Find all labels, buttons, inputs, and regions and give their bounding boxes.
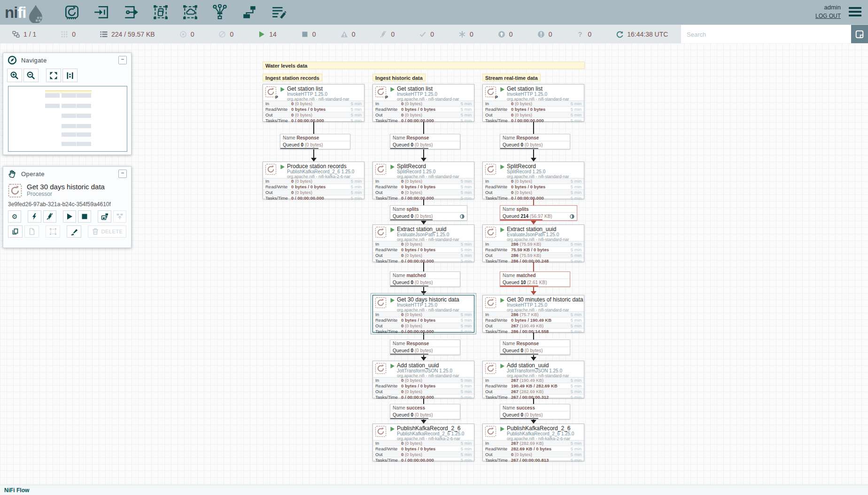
processor-name: SplitRecord <box>397 163 459 169</box>
zoom-out-icon[interactable] <box>23 69 39 82</box>
connection-queued-label: Queued <box>503 412 519 418</box>
canvas-label-water-levels[interactable]: Water levels data <box>263 62 585 69</box>
process-group-icon[interactable] <box>153 4 169 20</box>
processor-node[interactable]: P Produce station records PublishKafkaRe… <box>263 162 364 199</box>
connection-label[interactable]: Name success Queued 0 (0 bytes) <box>500 404 570 419</box>
zoom-in-icon[interactable] <box>7 69 22 82</box>
output-port-icon[interactable] <box>123 4 139 20</box>
stat-row: Out267 (190.49 KB)5 min <box>483 323 584 328</box>
processor-node[interactable]: P Get station list InvokeHTTP 1.25.0 org… <box>372 84 474 122</box>
processor-node[interactable]: P PublishKafkaRecord_2_6 PublishKafkaRec… <box>372 424 474 461</box>
status-item: 0 <box>218 31 233 38</box>
configure-icon[interactable]: ⚙ <box>8 210 21 223</box>
minimap-node <box>62 124 76 128</box>
funnel-icon[interactable] <box>212 4 228 20</box>
connection-label[interactable]: Name Response Queued 0 (0 bytes) <box>280 134 350 149</box>
stop-icon[interactable] <box>78 210 91 223</box>
minimap[interactable] <box>8 86 127 152</box>
logout-link[interactable]: LOG OUT <box>815 12 841 20</box>
processor-node[interactable]: P Get 30 days historic data InvokeHTTP 1… <box>372 295 474 333</box>
global-menu-button[interactable] <box>849 7 861 18</box>
connection-label[interactable]: Name Response Queued 0 (0 bytes) <box>390 134 460 149</box>
queue-fill-bar <box>500 418 538 419</box>
fit-icon[interactable] <box>46 69 61 82</box>
last-refresh-time: 16:44:38 UTC <box>627 31 668 38</box>
connection-arrowhead <box>421 420 426 424</box>
disable-icon[interactable] <box>43 210 56 223</box>
processor-bundle: org.apache.nifi - nifi-standard-nar <box>397 373 459 378</box>
connection-queued-label: Queued <box>393 214 410 219</box>
processor-bundle: org.apache.nifi - nifi-standard-nar <box>287 97 349 101</box>
collapse-operate-button[interactable]: − <box>118 170 127 178</box>
color-icon[interactable] <box>67 225 81 238</box>
canvas-group-label[interactable]: Ingest station records <box>263 74 322 81</box>
connection-label[interactable]: Name success Queued 0 (0 bytes) <box>390 404 460 419</box>
processor-node[interactable]: P Add station_uuid JoltTransformJSON 1.2… <box>372 361 474 398</box>
paste-icon[interactable] <box>24 225 39 238</box>
remote-process-group-icon[interactable] <box>182 4 198 20</box>
start-icon[interactable] <box>63 210 76 223</box>
enable-icon[interactable] <box>28 210 41 223</box>
template-icon[interactable] <box>241 4 257 20</box>
queue-fill-bar <box>390 219 433 220</box>
actual-size-icon[interactable] <box>62 69 78 82</box>
minimap-node <box>62 132 76 137</box>
group-icon[interactable] <box>46 225 60 238</box>
svg-text:?: ? <box>578 31 582 38</box>
connection-queued-value: 0 (0 bytes) <box>411 412 433 418</box>
processor-bundle: org.apache.nifi - nifi-standard-nar <box>507 97 569 101</box>
processor-node[interactable]: P PublishKafkaRecord_2_6 PublishKafkaRec… <box>482 424 584 461</box>
processor-node[interactable]: P Get station list InvokeHTTP 1.25.0 org… <box>263 84 364 122</box>
connection-queued-value: 0 (0 bytes) <box>411 280 433 285</box>
stat-row: Read/Write0 bytes / 190.49 KB5 min <box>483 317 584 323</box>
breadcrumb-bar: NiFi Flow <box>0 485 868 495</box>
stat-row: In0 (0 bytes)5 min <box>373 101 474 106</box>
flow-canvas[interactable]: Water levels dataIngest station records … <box>0 43 868 485</box>
connection-label[interactable]: Name matched Queued 0 (0 bytes) <box>390 271 460 287</box>
status-item-value: 0 <box>509 31 513 38</box>
revert-flow-version-icon[interactable] <box>113 210 126 223</box>
label-icon[interactable] <box>271 4 287 20</box>
processor-node[interactable]: P Get 30 minutes of historic data Invoke… <box>482 295 584 333</box>
canvas-group-label[interactable]: Ingest historic data <box>372 74 426 81</box>
stat-row: In0 (0 bytes)5 min <box>263 101 364 106</box>
breadcrumb[interactable]: NiFi Flow <box>4 487 29 494</box>
status-item-value: 0 <box>312 31 316 38</box>
processor-node[interactable]: P Add station_uuid JoltTransformJSON 1.2… <box>482 361 584 398</box>
connection-label[interactable]: Name Response Queued 0 (0 bytes) <box>500 134 570 149</box>
processor-node[interactable]: P Extract station_uuid EvaluateJsonPath … <box>482 224 584 262</box>
processor-node[interactable]: P SplitRecord SplitRecord 1.25.0 org.apa… <box>482 162 584 199</box>
processor-node[interactable]: P SplitRecord SplitRecord 1.25.0 org.apa… <box>372 162 474 199</box>
processor-node[interactable]: P Get station list InvokeHTTP 1.25.0 org… <box>482 84 584 122</box>
connection-label[interactable]: Name Response Queued 0 (0 bytes) <box>390 340 460 355</box>
connection-label[interactable]: Name Response Queued 0 (0 bytes) <box>500 340 570 355</box>
connection-relationship: Response <box>406 341 429 346</box>
operate-panel: Operate − Get 30 days historic data Proc… <box>3 166 132 248</box>
collapse-navigate-button[interactable]: − <box>118 56 127 64</box>
connection-label[interactable]: Name splits Queued 0 (0 bytes) <box>390 205 467 221</box>
stat-row: In0 (0 bytes)5 min <box>373 378 474 383</box>
stat-row: Tasks/Time0 / 00:00:00.0005 min <box>483 117 584 123</box>
processor-node[interactable]: P Extract station_uuid EvaluateJsonPath … <box>372 224 474 262</box>
processor-type: EvaluateJsonPath 1.25.0 <box>507 232 569 237</box>
processor-icon[interactable] <box>64 4 80 20</box>
stat-row: Tasks/Time267 / 00:00:00.8135 min <box>483 457 584 463</box>
processor-stamp-icon: P <box>375 425 387 437</box>
input-port-icon[interactable] <box>93 4 109 20</box>
bulletin-board-button[interactable] <box>851 25 868 44</box>
connection-label[interactable]: Name splits Queued 214 (56.97 KB) <box>500 205 577 221</box>
stat-row: Out0 (0 bytes)5 min <box>373 112 474 117</box>
processor-stamp-icon: P <box>265 86 277 98</box>
processor-stamp-icon: P <box>265 163 277 175</box>
copy-icon[interactable] <box>8 225 23 238</box>
processor-type: PublishKafkaRecord_2_6 1.25.0 <box>287 170 354 174</box>
delete-button[interactable]: DELETE <box>88 225 126 238</box>
refresh-status[interactable]: 16:44:38 UTC <box>616 31 668 39</box>
canvas-group-label[interactable]: Stream real-time data <box>482 74 541 81</box>
hand-pointer-icon <box>8 169 17 178</box>
connection-arrowhead <box>531 158 536 162</box>
save-flow-version-icon[interactable] <box>98 210 111 223</box>
connection-label[interactable]: Name matched Queued 10 (2.61 KB) <box>500 271 570 287</box>
search-input[interactable] <box>681 25 851 44</box>
status-item-value: 0 <box>391 31 395 38</box>
